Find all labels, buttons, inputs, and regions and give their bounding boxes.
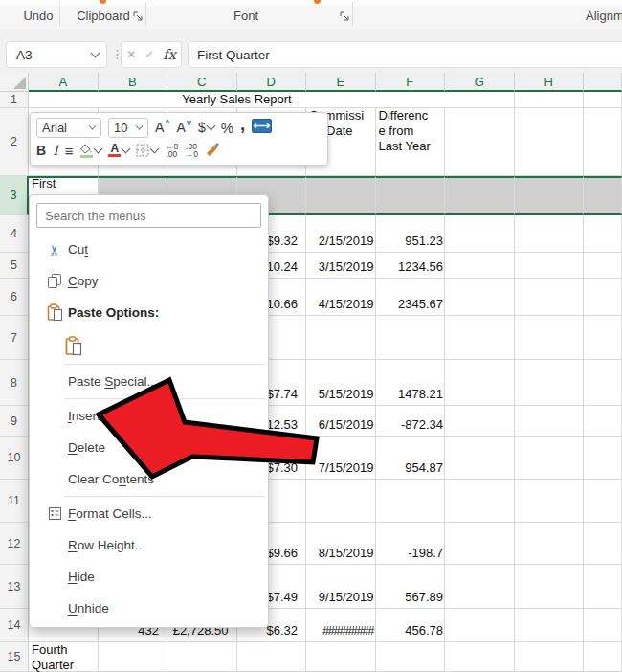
merge-center-icon[interactable] xyxy=(252,119,272,136)
menu-item-unhide[interactable]: Unhide xyxy=(30,593,268,624)
row-header-8[interactable]: 8 xyxy=(0,360,29,406)
row-header-9[interactable]: 9 xyxy=(0,406,29,437)
menu-item-hide[interactable]: Hide xyxy=(30,561,268,593)
cell-I1[interactable] xyxy=(584,92,622,108)
cancel-icon[interactable]: ✕ xyxy=(126,48,136,61)
cell-I2[interactable] xyxy=(584,108,622,176)
cell-E8[interactable] xyxy=(306,360,376,406)
cell-H1[interactable] xyxy=(515,92,585,108)
cell-H7[interactable] xyxy=(515,316,585,360)
cell-E5[interactable] xyxy=(306,253,376,279)
cell-H10[interactable] xyxy=(515,437,585,480)
italic-icon[interactable]: I xyxy=(53,143,58,158)
menu-item-copy[interactable]: Copy xyxy=(30,265,268,297)
cell-E10[interactable] xyxy=(306,437,376,480)
menu-item-paste-options[interactable]: Paste Options: xyxy=(30,297,268,328)
cell-I7[interactable] xyxy=(584,316,622,360)
column-header-g[interactable]: G xyxy=(445,73,515,92)
cell-I4[interactable] xyxy=(584,215,622,253)
cell-G7[interactable] xyxy=(445,316,515,360)
cell-B15[interactable] xyxy=(99,642,168,672)
insert-function-icon[interactable]: fx xyxy=(163,47,176,62)
cell-E1[interactable] xyxy=(306,92,376,108)
chevron-down-icon[interactable] xyxy=(91,49,100,58)
name-box[interactable]: A3 xyxy=(6,41,107,68)
cell-C15[interactable] xyxy=(167,642,237,672)
menu-item-insert[interactable]: Insert xyxy=(30,400,268,432)
column-header-c[interactable]: C xyxy=(167,73,237,92)
cell-H6[interactable] xyxy=(515,279,585,316)
cell-H2[interactable] xyxy=(515,108,585,176)
cell-F15[interactable] xyxy=(376,642,446,672)
accounting-format-icon[interactable]: $ xyxy=(198,120,214,135)
comma-style-icon[interactable]: , xyxy=(240,114,245,135)
grow-font-icon[interactable]: A^ xyxy=(155,120,170,135)
cell-I6[interactable] xyxy=(584,279,622,316)
cell-G14[interactable] xyxy=(445,609,515,642)
cell-G10[interactable] xyxy=(445,437,515,480)
menu-item-clear-contents[interactable]: Clear Contents xyxy=(30,463,268,495)
column-header-i[interactable] xyxy=(584,73,622,92)
cell-G6[interactable] xyxy=(445,279,515,316)
cell-G11[interactable] xyxy=(445,480,515,523)
menu-item-paste-special[interactable]: Paste Special... xyxy=(30,366,268,397)
shrink-font-icon[interactable]: Av xyxy=(177,120,191,135)
column-header-a[interactable]: A xyxy=(29,73,99,92)
cell-H14[interactable] xyxy=(515,609,585,642)
cell-H13[interactable] xyxy=(515,565,585,609)
clipboard-dialog-launcher-icon[interactable] xyxy=(132,11,144,22)
cell-G8[interactable] xyxy=(445,360,515,406)
cell-G15[interactable] xyxy=(445,642,515,672)
cell-H8[interactable] xyxy=(515,360,585,406)
cell-H11[interactable] xyxy=(515,480,585,523)
cell-A1[interactable] xyxy=(29,92,99,108)
format-painter-icon[interactable] xyxy=(205,142,220,159)
cell-F12[interactable] xyxy=(376,523,446,565)
cell-G12[interactable] xyxy=(445,523,515,565)
column-header-b[interactable]: B xyxy=(99,73,168,92)
cell-E4[interactable] xyxy=(306,215,376,253)
cell-F3[interactable] xyxy=(376,176,446,215)
cell-F4[interactable] xyxy=(376,215,446,253)
cell-F9[interactable] xyxy=(376,406,446,437)
cell-I14[interactable] xyxy=(584,609,622,642)
row-header-14[interactable]: 14 xyxy=(0,609,29,642)
row-header-12[interactable]: 12 xyxy=(0,523,29,565)
cell-F8[interactable] xyxy=(376,360,446,406)
cell-F13[interactable] xyxy=(376,565,446,609)
cell-B1[interactable] xyxy=(99,92,168,108)
cell-E15[interactable] xyxy=(306,642,376,672)
cell-G3[interactable] xyxy=(445,176,515,215)
menu-item-format-cells[interactable]: Format Cells... xyxy=(30,498,268,529)
cell-F7[interactable] xyxy=(376,316,446,360)
cell-D1[interactable] xyxy=(237,92,307,108)
cell-G13[interactable] xyxy=(445,565,515,609)
cell-I10[interactable] xyxy=(584,437,622,480)
cell-C1[interactable] xyxy=(167,92,237,108)
row-header-10[interactable]: 10 xyxy=(0,437,29,480)
cell-I12[interactable] xyxy=(584,523,622,565)
row-header-2[interactable]: 2 xyxy=(0,108,29,176)
column-header-d[interactable]: D xyxy=(237,73,307,92)
cell-G9[interactable] xyxy=(445,406,515,437)
cell-G5[interactable] xyxy=(445,253,515,279)
cell-I9[interactable] xyxy=(584,406,622,437)
row-header-5[interactable]: 5 xyxy=(0,253,29,279)
row-header-6[interactable]: 6 xyxy=(0,279,29,316)
enter-icon[interactable]: ✓ xyxy=(144,48,154,61)
percent-style-icon[interactable]: % xyxy=(221,120,233,136)
cell-E9[interactable] xyxy=(306,406,376,437)
row-header-13[interactable]: 13 xyxy=(0,565,29,609)
cell-I15[interactable] xyxy=(584,642,622,672)
bold-icon[interactable]: B xyxy=(36,143,46,158)
cell-G4[interactable] xyxy=(445,215,515,253)
cell-H3[interactable] xyxy=(515,176,585,215)
center-align-icon[interactable]: ≡ xyxy=(65,143,74,159)
cell-E12[interactable] xyxy=(306,523,376,565)
menu-item-row-height[interactable]: Row Height... xyxy=(30,529,268,561)
cell-H15[interactable] xyxy=(515,642,585,672)
row-header-1[interactable]: 1 xyxy=(0,92,29,108)
cell-I11[interactable] xyxy=(584,480,622,523)
column-header-h[interactable]: H xyxy=(515,73,585,92)
cell-D15[interactable] xyxy=(237,642,307,672)
